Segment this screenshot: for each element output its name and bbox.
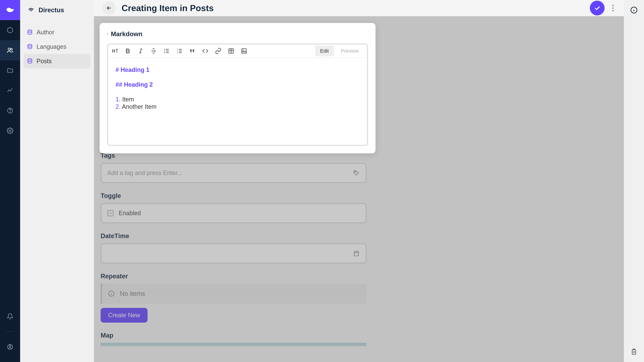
bold-button[interactable] — [124, 47, 131, 54]
image-icon — [241, 48, 247, 54]
info-icon — [630, 6, 638, 14]
nav-users-icon[interactable] — [0, 40, 20, 60]
sidebar-item-label: Posts — [36, 58, 52, 65]
table-button[interactable] — [228, 47, 234, 54]
nav-insights-icon[interactable] — [0, 80, 20, 100]
table-icon — [228, 48, 234, 54]
activity-button[interactable] — [624, 342, 644, 362]
svg-text:3: 3 — [177, 52, 178, 54]
database-icon — [27, 58, 33, 64]
sidebar-item-languages[interactable]: Languages — [24, 39, 90, 54]
svg-point-7 — [28, 30, 32, 31]
sidebar-item-label: Languages — [36, 43, 66, 50]
italic-icon — [137, 48, 144, 54]
bold-icon — [124, 48, 131, 54]
info-panel-button[interactable] — [624, 0, 644, 20]
svg-point-21 — [243, 50, 244, 50]
heading-button[interactable] — [111, 47, 118, 54]
svg-point-11 — [612, 7, 614, 8]
sidebar-item-author[interactable]: Author — [24, 25, 90, 39]
svg-point-6 — [9, 345, 11, 347]
app-name: Directus — [38, 6, 64, 14]
svg-point-12 — [612, 10, 614, 11]
check-icon — [594, 4, 601, 11]
markdown-field-panel: Markdown — [100, 23, 376, 153]
ordered-list-button[interactable]: 123 — [176, 47, 183, 54]
link-button[interactable] — [215, 47, 222, 54]
markdown-textarea[interactable]: # Heading 1 ## Heading 2 1. Item 2. Anot… — [108, 58, 367, 145]
edit-mode-button[interactable]: Edit — [315, 45, 334, 56]
svg-point-1 — [10, 48, 12, 50]
quote-icon — [189, 48, 196, 54]
svg-point-4 — [9, 130, 11, 132]
more-vertical-icon — [612, 5, 614, 11]
nav-files-icon[interactable] — [0, 60, 20, 80]
strikethrough-icon — [150, 48, 157, 54]
field-label-markdown: Markdown — [107, 30, 368, 38]
ordered-list-icon: 123 — [176, 48, 183, 54]
italic-button[interactable] — [137, 47, 144, 54]
svg-point-9 — [28, 59, 32, 60]
clipboard-icon — [630, 349, 638, 356]
nav-settings-icon[interactable] — [0, 121, 20, 141]
link-icon — [215, 48, 222, 54]
account-icon[interactable] — [0, 337, 20, 357]
database-icon — [27, 44, 33, 50]
arrow-left-icon — [106, 5, 112, 11]
heading-icon — [112, 48, 118, 54]
more-button[interactable] — [610, 1, 616, 15]
code-button[interactable] — [202, 47, 209, 54]
blockquote-button[interactable] — [189, 47, 196, 54]
image-button[interactable] — [240, 47, 248, 54]
markdown-editor: 123 — [107, 43, 368, 146]
wifi-icon — [27, 7, 35, 13]
save-button[interactable] — [590, 1, 604, 15]
svg-point-3 — [10, 112, 10, 112]
svg-point-15 — [164, 52, 165, 53]
svg-rect-26 — [632, 350, 636, 354]
sidebar-item-posts[interactable]: Posts — [24, 54, 90, 68]
svg-point-13 — [164, 49, 165, 50]
database-icon — [27, 29, 33, 35]
logo[interactable] — [0, 0, 20, 20]
notifications-icon[interactable] — [0, 306, 20, 327]
page-title: Creating Item in Posts — [122, 3, 584, 13]
svg-rect-20 — [242, 49, 246, 53]
svg-point-10 — [612, 5, 614, 6]
code-icon — [202, 48, 209, 54]
back-button[interactable] — [102, 1, 116, 15]
strikethrough-button[interactable] — [150, 47, 157, 54]
bullet-list-icon — [163, 48, 170, 54]
sidebar-item-label: Author — [36, 29, 54, 36]
svg-point-0 — [8, 48, 10, 50]
nav-help-icon[interactable] — [0, 100, 20, 121]
svg-point-14 — [164, 50, 165, 51]
nav-collections-icon[interactable] — [0, 20, 20, 40]
preview-mode-button[interactable]: Preview — [336, 45, 364, 56]
svg-point-8 — [28, 44, 32, 46]
bullet-list-button[interactable] — [163, 47, 170, 54]
